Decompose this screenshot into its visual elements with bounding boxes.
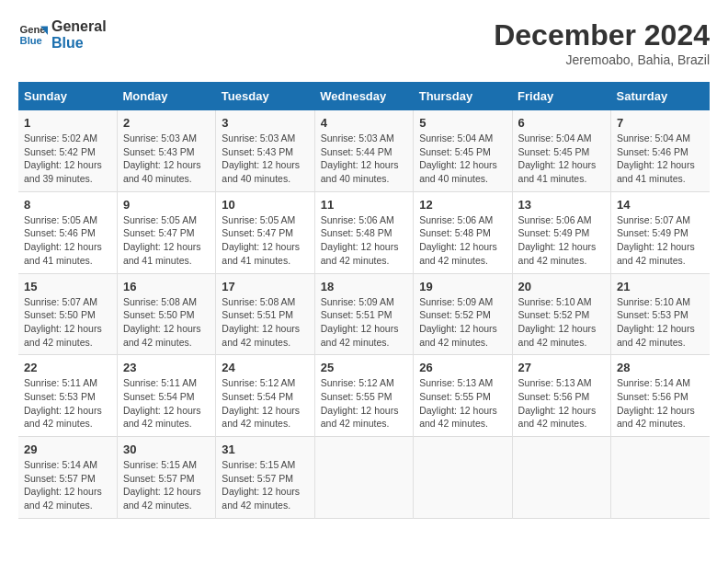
- logo: General Blue General Blue: [18, 18, 107, 51]
- header-thursday: Thursday: [414, 82, 512, 110]
- day-info: Sunrise: 5:13 AM Sunset: 5:56 PM Dayligh…: [518, 376, 605, 431]
- day-number: 3: [222, 116, 308, 130]
- cell-week4-day4: 25 Sunrise: 5:12 AM Sunset: 5:55 PM Dayl…: [314, 355, 413, 437]
- week-row-3: 15 Sunrise: 5:07 AM Sunset: 5:50 PM Dayl…: [18, 273, 710, 355]
- location: Jeremoabo, Bahia, Brazil: [494, 52, 710, 67]
- day-info: Sunrise: 5:06 AM Sunset: 5:48 PM Dayligh…: [321, 213, 407, 268]
- cell-week1-day1: 1 Sunrise: 5:02 AM Sunset: 5:42 PM Dayli…: [18, 110, 117, 191]
- cell-week3-day1: 15 Sunrise: 5:07 AM Sunset: 5:50 PM Dayl…: [18, 273, 117, 355]
- day-info: Sunrise: 5:05 AM Sunset: 5:46 PM Dayligh…: [24, 213, 111, 268]
- cell-week1-day2: 2 Sunrise: 5:03 AM Sunset: 5:43 PM Dayli…: [117, 110, 215, 191]
- day-number: 24: [222, 361, 308, 374]
- title-section: December 2024 Jeremoabo, Bahia, Brazil: [494, 18, 710, 67]
- cell-week4-day2: 23 Sunrise: 5:11 AM Sunset: 5:54 PM Dayl…: [117, 355, 215, 437]
- day-number: 21: [617, 280, 704, 293]
- cell-week5-day1: 29 Sunrise: 5:14 AM Sunset: 5:57 PM Dayl…: [18, 437, 117, 519]
- cell-week3-day4: 18 Sunrise: 5:09 AM Sunset: 5:51 PM Dayl…: [314, 273, 413, 355]
- cell-week1-day6: 6 Sunrise: 5:04 AM Sunset: 5:45 PM Dayli…: [512, 110, 610, 191]
- day-info: Sunrise: 5:09 AM Sunset: 5:51 PM Dayligh…: [321, 295, 407, 350]
- day-number: 2: [123, 116, 210, 130]
- cell-week4-day5: 26 Sunrise: 5:13 AM Sunset: 5:55 PM Dayl…: [414, 355, 512, 437]
- cell-week1-day7: 7 Sunrise: 5:04 AM Sunset: 5:46 PM Dayli…: [611, 110, 710, 191]
- day-number: 27: [518, 361, 605, 374]
- cell-week3-day7: 21 Sunrise: 5:10 AM Sunset: 5:53 PM Dayl…: [611, 273, 710, 355]
- cell-week2-day4: 11 Sunrise: 5:06 AM Sunset: 5:48 PM Dayl…: [314, 191, 413, 273]
- day-info: Sunrise: 5:14 AM Sunset: 5:56 PM Dayligh…: [617, 376, 704, 431]
- header-tuesday: Tuesday: [216, 82, 314, 110]
- week-row-1: 1 Sunrise: 5:02 AM Sunset: 5:42 PM Dayli…: [18, 110, 710, 191]
- day-info: Sunrise: 5:05 AM Sunset: 5:47 PM Dayligh…: [123, 213, 210, 268]
- day-info: Sunrise: 5:11 AM Sunset: 5:53 PM Dayligh…: [24, 376, 111, 431]
- day-info: Sunrise: 5:10 AM Sunset: 5:52 PM Dayligh…: [518, 295, 605, 350]
- day-number: 18: [321, 280, 407, 293]
- day-info: Sunrise: 5:07 AM Sunset: 5:50 PM Dayligh…: [24, 295, 111, 350]
- svg-text:Blue: Blue: [20, 34, 42, 45]
- day-info: Sunrise: 5:04 AM Sunset: 5:45 PM Dayligh…: [518, 132, 605, 186]
- day-info: Sunrise: 5:10 AM Sunset: 5:53 PM Dayligh…: [617, 295, 704, 350]
- cell-week5-day7: [611, 437, 710, 519]
- page-header: General Blue General Blue December 2024 …: [18, 18, 710, 67]
- day-info: Sunrise: 5:03 AM Sunset: 5:44 PM Dayligh…: [321, 132, 407, 186]
- header-saturday: Saturday: [611, 82, 710, 110]
- cell-week1-day3: 3 Sunrise: 5:03 AM Sunset: 5:43 PM Dayli…: [216, 110, 314, 191]
- cell-week5-day6: [512, 437, 610, 519]
- day-number: 28: [617, 361, 704, 374]
- day-info: Sunrise: 5:11 AM Sunset: 5:54 PM Dayligh…: [123, 376, 210, 431]
- cell-week5-day5: [414, 437, 512, 519]
- day-number: 4: [321, 116, 407, 130]
- week-row-2: 8 Sunrise: 5:05 AM Sunset: 5:46 PM Dayli…: [18, 191, 710, 273]
- day-number: 12: [419, 198, 506, 212]
- header-monday: Monday: [117, 82, 215, 110]
- cell-week3-day5: 19 Sunrise: 5:09 AM Sunset: 5:52 PM Dayl…: [414, 273, 512, 355]
- day-number: 26: [419, 361, 506, 374]
- header-wednesday: Wednesday: [314, 82, 413, 110]
- day-number: 17: [222, 280, 308, 293]
- day-info: Sunrise: 5:03 AM Sunset: 5:43 PM Dayligh…: [222, 132, 308, 186]
- cell-week5-day4: [314, 437, 413, 519]
- day-info: Sunrise: 5:02 AM Sunset: 5:42 PM Dayligh…: [24, 132, 111, 186]
- cell-week4-day6: 27 Sunrise: 5:13 AM Sunset: 5:56 PM Dayl…: [512, 355, 610, 437]
- cell-week4-day1: 22 Sunrise: 5:11 AM Sunset: 5:53 PM Dayl…: [18, 355, 117, 437]
- day-info: Sunrise: 5:13 AM Sunset: 5:55 PM Dayligh…: [419, 376, 506, 431]
- cell-week5-day3: 31 Sunrise: 5:15 AM Sunset: 5:57 PM Dayl…: [216, 437, 314, 519]
- cell-week2-day7: 14 Sunrise: 5:07 AM Sunset: 5:49 PM Dayl…: [611, 191, 710, 273]
- day-info: Sunrise: 5:12 AM Sunset: 5:55 PM Dayligh…: [321, 376, 407, 431]
- day-number: 10: [222, 198, 308, 212]
- day-number: 14: [617, 198, 704, 212]
- day-number: 22: [24, 361, 111, 374]
- day-info: Sunrise: 5:05 AM Sunset: 5:47 PM Dayligh…: [222, 213, 308, 268]
- day-number: 31: [222, 442, 308, 456]
- day-info: Sunrise: 5:08 AM Sunset: 5:50 PM Dayligh…: [123, 295, 210, 350]
- calendar-table: Sunday Monday Tuesday Wednesday Thursday…: [18, 82, 710, 519]
- cell-week2-day5: 12 Sunrise: 5:06 AM Sunset: 5:48 PM Dayl…: [414, 191, 512, 273]
- day-number: 20: [518, 280, 605, 293]
- logo-icon: General Blue: [18, 20, 48, 50]
- day-info: Sunrise: 5:14 AM Sunset: 5:57 PM Dayligh…: [24, 458, 111, 512]
- day-number: 15: [24, 280, 111, 293]
- day-info: Sunrise: 5:03 AM Sunset: 5:43 PM Dayligh…: [123, 132, 210, 186]
- day-info: Sunrise: 5:06 AM Sunset: 5:48 PM Dayligh…: [419, 213, 506, 268]
- cell-week3-day3: 17 Sunrise: 5:08 AM Sunset: 5:51 PM Dayl…: [216, 273, 314, 355]
- day-number: 8: [24, 198, 111, 212]
- day-info: Sunrise: 5:04 AM Sunset: 5:46 PM Dayligh…: [617, 132, 704, 186]
- cell-week2-day6: 13 Sunrise: 5:06 AM Sunset: 5:49 PM Dayl…: [512, 191, 610, 273]
- cell-week2-day1: 8 Sunrise: 5:05 AM Sunset: 5:46 PM Dayli…: [18, 191, 117, 273]
- day-number: 9: [123, 198, 210, 212]
- logo-line1: General: [51, 18, 107, 35]
- day-info: Sunrise: 5:06 AM Sunset: 5:49 PM Dayligh…: [518, 213, 605, 268]
- logo-line2: Blue: [51, 35, 107, 52]
- day-number: 7: [617, 116, 704, 130]
- month-title: December 2024: [494, 18, 710, 52]
- day-number: 11: [321, 198, 407, 212]
- header-sunday: Sunday: [18, 82, 117, 110]
- header-row: Sunday Monday Tuesday Wednesday Thursday…: [18, 82, 710, 110]
- day-info: Sunrise: 5:15 AM Sunset: 5:57 PM Dayligh…: [222, 458, 308, 512]
- cell-week4-day3: 24 Sunrise: 5:12 AM Sunset: 5:54 PM Dayl…: [216, 355, 314, 437]
- day-number: 6: [518, 116, 605, 130]
- week-row-4: 22 Sunrise: 5:11 AM Sunset: 5:53 PM Dayl…: [18, 355, 710, 437]
- cell-week4-day7: 28 Sunrise: 5:14 AM Sunset: 5:56 PM Dayl…: [611, 355, 710, 437]
- cell-week2-day2: 9 Sunrise: 5:05 AM Sunset: 5:47 PM Dayli…: [117, 191, 215, 273]
- header-friday: Friday: [512, 82, 610, 110]
- day-info: Sunrise: 5:08 AM Sunset: 5:51 PM Dayligh…: [222, 295, 308, 350]
- day-number: 13: [518, 198, 605, 212]
